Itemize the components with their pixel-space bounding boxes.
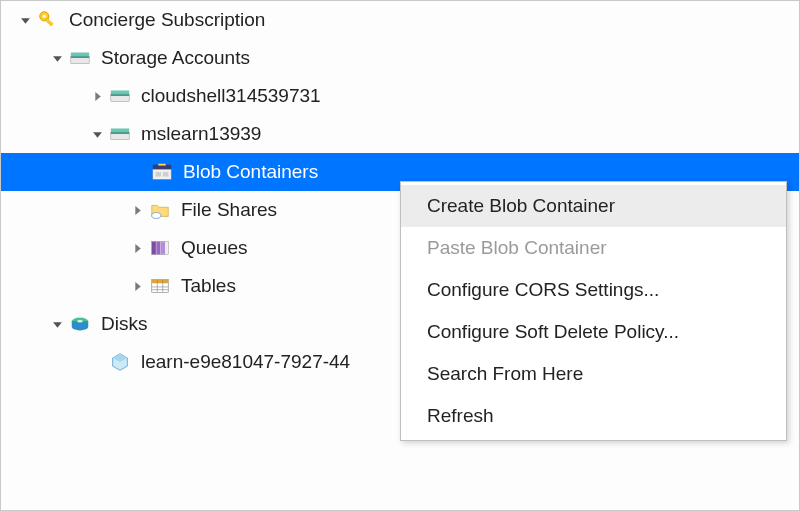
storage-icon [109, 123, 131, 145]
svg-rect-24 [152, 280, 169, 284]
tree-item-storage-account[interactable]: mslearn13939 [1, 115, 799, 153]
fileshare-icon [149, 199, 171, 221]
menu-create-blob-container[interactable]: Create Blob Container [401, 185, 786, 227]
tree-item-subscription[interactable]: Concierge Subscription [1, 1, 799, 39]
storage-icon [109, 85, 131, 107]
chevron-down-icon[interactable] [51, 318, 63, 330]
table-icon [149, 275, 171, 297]
menu-label: Configure Soft Delete Policy... [427, 321, 679, 343]
svg-rect-4 [71, 53, 89, 57]
tree-label: mslearn13939 [141, 123, 261, 145]
key-icon [37, 9, 59, 31]
chevron-down-icon[interactable] [19, 14, 31, 26]
svg-rect-14 [153, 169, 171, 179]
menu-search-from-here[interactable]: Search From Here [401, 353, 786, 395]
menu-paste-blob-container: Paste Blob Container [401, 227, 786, 269]
chevron-right-icon[interactable] [91, 90, 103, 102]
storage-icon [69, 47, 91, 69]
svg-point-1 [43, 15, 47, 19]
svg-rect-20 [152, 242, 156, 255]
svg-rect-7 [111, 91, 129, 95]
tree-pane: Concierge Subscription Storage Accounts … [0, 0, 800, 511]
menu-label: Configure CORS Settings... [427, 279, 659, 301]
svg-rect-21 [156, 242, 160, 255]
tree-label: Concierge Subscription [69, 9, 265, 31]
svg-rect-9 [111, 94, 129, 96]
context-menu: Create Blob Container Paste Blob Contain… [400, 181, 787, 441]
tree-label: Storage Accounts [101, 47, 250, 69]
svg-rect-22 [161, 242, 165, 255]
svg-rect-10 [111, 129, 129, 133]
tree-label: cloudshell314539731 [141, 85, 321, 107]
svg-rect-15 [158, 164, 165, 166]
menu-configure-cors[interactable]: Configure CORS Settings... [401, 269, 786, 311]
svg-rect-16 [156, 172, 162, 177]
tree-label: Blob Containers [183, 161, 318, 183]
chevron-right-icon[interactable] [131, 204, 143, 216]
tree-label: Queues [181, 237, 248, 259]
menu-label: Paste Blob Container [427, 237, 607, 259]
chevron-right-icon[interactable] [131, 280, 143, 292]
menu-label: Search From Here [427, 363, 583, 385]
managed-disk-icon [109, 351, 131, 373]
tree-item-storage-accounts[interactable]: Storage Accounts [1, 39, 799, 77]
chevron-down-icon[interactable] [91, 128, 103, 140]
svg-point-30 [77, 320, 83, 322]
svg-point-18 [152, 213, 161, 219]
menu-label: Create Blob Container [427, 195, 615, 217]
queue-icon [149, 237, 171, 259]
svg-rect-6 [71, 56, 89, 58]
tree-label: File Shares [181, 199, 277, 221]
tree-label: Tables [181, 275, 236, 297]
svg-rect-17 [163, 172, 169, 177]
menu-refresh[interactable]: Refresh [401, 395, 786, 437]
disk-icon [69, 313, 91, 335]
chevron-right-icon[interactable] [131, 242, 143, 254]
menu-label: Refresh [427, 405, 494, 427]
chevron-down-icon[interactable] [51, 52, 63, 64]
tree-label: learn-e9e81047-7927-44 [141, 351, 350, 373]
tree-item-storage-account[interactable]: cloudshell314539731 [1, 77, 799, 115]
blob-container-icon [151, 161, 173, 183]
svg-rect-12 [111, 132, 129, 134]
tree-label: Disks [101, 313, 147, 335]
menu-configure-soft-delete[interactable]: Configure Soft Delete Policy... [401, 311, 786, 353]
